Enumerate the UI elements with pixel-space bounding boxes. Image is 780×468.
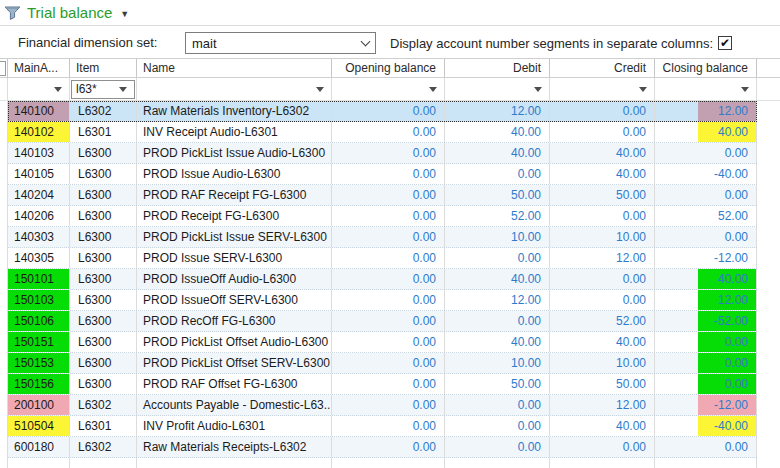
cell-main-account[interactable]: 140103 xyxy=(8,143,70,163)
cell-debit[interactable]: 40.00 xyxy=(445,122,550,142)
column-header-debit[interactable]: Debit xyxy=(445,59,550,77)
cell-item[interactable]: L6300 xyxy=(70,290,137,310)
cell-opening-balance[interactable]: 0.00 xyxy=(332,437,445,457)
cell-main-account[interactable]: 150151 xyxy=(8,332,70,352)
cell-credit[interactable]: 0.00 xyxy=(550,101,655,121)
cell-credit[interactable]: 52.00 xyxy=(550,311,655,331)
cell-closing-balance[interactable]: 0.00 xyxy=(655,185,757,205)
title-dropdown-caret[interactable]: ▼ xyxy=(120,9,129,19)
column-header-closing-balance[interactable]: Closing balance xyxy=(655,59,757,77)
cell-credit[interactable]: 40.00 xyxy=(550,164,655,184)
cell-opening-balance[interactable]: 0.00 xyxy=(332,206,445,226)
filter-credit[interactable] xyxy=(550,78,655,100)
table-row[interactable]: 150106L6300PROD RecOff FG-L63000.000.005… xyxy=(0,311,780,332)
cell-opening-balance[interactable]: 0.00 xyxy=(332,395,445,415)
filter-debit[interactable] xyxy=(445,78,550,100)
cell-name[interactable]: PROD PickList Issue Audio-L6300 xyxy=(137,143,332,163)
row-selector[interactable] xyxy=(0,416,8,437)
filter-name[interactable] xyxy=(137,78,332,100)
row-selector[interactable] xyxy=(0,122,8,143)
filter-item-value[interactable]: l63* xyxy=(72,82,112,96)
cell-debit[interactable]: 52.00 xyxy=(445,206,550,226)
cell-main-account[interactable]: 150103 xyxy=(8,290,70,310)
cell-debit[interactable]: 12.00 xyxy=(445,290,550,310)
cell-name[interactable]: PROD PickList Offset Audio-L6300 xyxy=(137,332,332,352)
cell-item[interactable]: L6300 xyxy=(70,227,137,247)
cell-item[interactable]: L6301 xyxy=(70,122,137,142)
cell-name[interactable]: PROD PickList Issue SERV-L6300 xyxy=(137,227,332,247)
cell-closing-balance[interactable]: -52.00 xyxy=(655,311,757,331)
row-selector[interactable] xyxy=(0,332,8,353)
cell-item[interactable]: L6302 xyxy=(70,437,137,457)
cell-credit[interactable]: 0.00 xyxy=(550,269,655,289)
cell-closing-balance[interactable]: -12.00 xyxy=(655,248,757,268)
table-row[interactable]: 140303L6300PROD PickList Issue SERV-L630… xyxy=(0,227,780,248)
filter-item[interactable]: l63* xyxy=(70,78,137,100)
cell-item[interactable]: L6300 xyxy=(70,164,137,184)
cell-item[interactable]: L6300 xyxy=(70,248,137,268)
cell-debit[interactable]: 0.00 xyxy=(445,395,550,415)
cell-opening-balance[interactable]: 0.00 xyxy=(332,143,445,163)
cell-credit[interactable]: 40.00 xyxy=(550,332,655,352)
filter-dropdown-icon[interactable] xyxy=(429,87,437,92)
table-row[interactable]: 140102L6301INV Receipt Audio-L63010.0040… xyxy=(0,122,780,143)
cell-closing-balance[interactable]: 0.00 xyxy=(655,374,757,394)
cell-closing-balance[interactable]: 52.00 xyxy=(655,206,757,226)
cell-main-account[interactable]: 510504 xyxy=(8,416,70,436)
cell-closing-balance[interactable]: 0.00 xyxy=(655,437,757,457)
cell-item[interactable]: L6300 xyxy=(70,332,137,352)
table-row[interactable]: 510504L6301INV Profit Audio-L63010.000.0… xyxy=(0,416,780,437)
select-all-gutter[interactable] xyxy=(0,59,8,77)
column-header-main-account[interactable]: MainA... xyxy=(8,59,70,77)
table-row[interactable]: 150156L6300PROD RAF Offset FG-L63000.005… xyxy=(0,374,780,395)
cell-debit[interactable]: 40.00 xyxy=(445,143,550,163)
cell-debit[interactable]: 10.00 xyxy=(445,353,550,373)
cell-closing-balance[interactable]: -40.00 xyxy=(655,164,757,184)
filter-item-combobox[interactable]: l63* xyxy=(71,80,135,99)
table-row[interactable]: 150101L6300PROD IssueOff Audio-L63000.00… xyxy=(0,269,780,290)
cell-item[interactable]: L6300 xyxy=(70,311,137,331)
cell-opening-balance[interactable]: 0.00 xyxy=(332,101,445,121)
cell-name[interactable]: PROD RAF Offset FG-L6300 xyxy=(137,374,332,394)
cell-credit[interactable]: 0.00 xyxy=(550,290,655,310)
cell-name[interactable]: PROD Receipt FG-L6300 xyxy=(137,206,332,226)
cell-credit[interactable]: 0.00 xyxy=(550,437,655,457)
filter-opening-balance[interactable] xyxy=(332,78,445,100)
cell-name[interactable]: PROD RAF Receipt FG-L6300 xyxy=(137,185,332,205)
cell-main-account[interactable]: 150156 xyxy=(8,374,70,394)
cell-main-account[interactable]: 140102 xyxy=(8,122,70,142)
cell-closing-balance[interactable]: -40.00 xyxy=(655,416,757,436)
cell-credit[interactable]: 40.00 xyxy=(550,416,655,436)
cell-opening-balance[interactable]: 0.00 xyxy=(332,122,445,142)
cell-closing-balance[interactable]: 0.00 xyxy=(655,332,757,352)
cell-debit[interactable]: 0.00 xyxy=(445,164,550,184)
table-row[interactable]: 140305L6300PROD Issue SERV-L63000.000.00… xyxy=(0,248,780,269)
cell-opening-balance[interactable]: 0.00 xyxy=(332,353,445,373)
cell-main-account[interactable]: 200100 xyxy=(8,395,70,415)
financial-dimension-set-select[interactable]: mait xyxy=(185,32,376,54)
cell-name[interactable]: Accounts Payable - Domestic-L63... xyxy=(137,395,332,415)
cell-item[interactable]: L6300 xyxy=(70,353,137,373)
cell-closing-balance[interactable]: 0.00 xyxy=(655,227,757,247)
cell-name[interactable]: PROD Issue Audio-L6300 xyxy=(137,164,332,184)
cell-closing-balance[interactable]: 0.00 xyxy=(655,353,757,373)
cell-item[interactable]: L6300 xyxy=(70,185,137,205)
row-selector[interactable] xyxy=(0,353,8,374)
cell-item[interactable]: L6300 xyxy=(70,206,137,226)
column-header-credit[interactable]: Credit xyxy=(550,59,655,77)
row-selector[interactable] xyxy=(0,395,8,416)
cell-name[interactable]: PROD IssueOff Audio-L6300 xyxy=(137,269,332,289)
cell-opening-balance[interactable]: 0.00 xyxy=(332,332,445,352)
table-row[interactable]: 140204L6300PROD RAF Receipt FG-L63000.00… xyxy=(0,185,780,206)
cell-name[interactable]: Raw Materials Receipts-L6302 xyxy=(137,437,332,457)
row-selector[interactable] xyxy=(0,164,8,185)
cell-opening-balance[interactable]: 0.00 xyxy=(332,269,445,289)
cell-item[interactable]: L6300 xyxy=(70,374,137,394)
cell-closing-balance[interactable]: -12.00 xyxy=(655,395,757,415)
cell-credit[interactable]: 50.00 xyxy=(550,374,655,394)
cell-debit[interactable]: 40.00 xyxy=(445,269,550,289)
cell-debit[interactable]: 10.00 xyxy=(445,227,550,247)
filter-dropdown-icon[interactable] xyxy=(316,87,324,92)
cell-opening-balance[interactable]: 0.00 xyxy=(332,290,445,310)
row-selector[interactable] xyxy=(0,101,8,122)
